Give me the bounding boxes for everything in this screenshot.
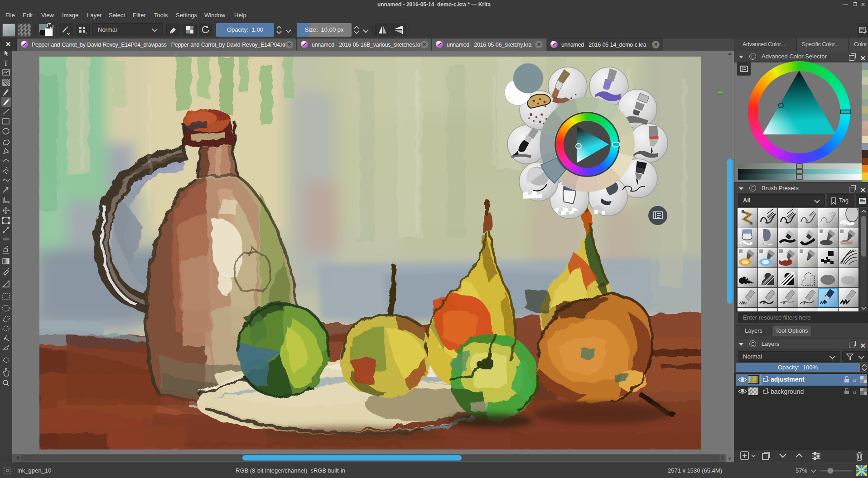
svg-text:T: T [4,59,8,67]
svg-text:α: α [853,377,857,383]
svg-text:α: α [853,388,857,395]
